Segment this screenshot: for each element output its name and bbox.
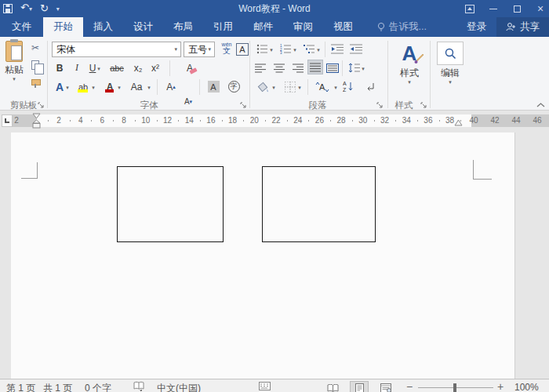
- numbering-caret-icon[interactable]: ▾: [292, 47, 298, 53]
- collapse-ribbon-button[interactable]: [536, 100, 545, 111]
- line-spacing-button[interactable]: [346, 60, 362, 75]
- tab-insert[interactable]: 插入: [83, 17, 123, 37]
- numbering-icon: 123: [280, 44, 292, 54]
- cut-button[interactable]: ✂: [28, 41, 42, 55]
- tab-file[interactable]: 文件: [0, 17, 43, 37]
- bold-button[interactable]: B: [52, 60, 67, 75]
- tab-view[interactable]: 视图: [323, 17, 363, 37]
- proofing-book-icon: [133, 381, 144, 391]
- horizontal-ruler[interactable]: 2 24681012141618202224262830323436384042…: [13, 114, 549, 127]
- numbering-button[interactable]: 123: [278, 42, 293, 56]
- line-spacing-icon: [348, 63, 360, 73]
- change-case-button[interactable]: Aa: [127, 79, 146, 94]
- tab-references[interactable]: 引用: [203, 17, 243, 37]
- align-center-button[interactable]: [271, 60, 287, 75]
- ruler-number: 32: [380, 116, 389, 125]
- strikethrough-button[interactable]: abc: [107, 60, 127, 75]
- tab-mailings[interactable]: 邮件: [243, 17, 283, 37]
- subscript-button[interactable]: x₂: [130, 60, 146, 75]
- borders-button[interactable]: [282, 79, 298, 94]
- sort-button[interactable]: AZ: [340, 79, 356, 94]
- paragraph-dialog-launcher[interactable]: [376, 100, 384, 108]
- superscript-button[interactable]: x²: [147, 60, 163, 75]
- document-page[interactable]: [11, 132, 515, 391]
- format-painter-button[interactable]: [28, 76, 42, 90]
- keyboard-status[interactable]: [259, 382, 271, 392]
- proofing-status[interactable]: [133, 381, 144, 392]
- styles-dialog-launcher[interactable]: [420, 100, 428, 108]
- tell-me-box[interactable]: 告诉我...: [377, 17, 427, 37]
- asian-layout-button[interactable]: A: [312, 79, 333, 94]
- multilevel-caret-icon[interactable]: ▾: [315, 47, 322, 53]
- rectangle-shape-1[interactable]: [117, 166, 224, 242]
- language-status[interactable]: 中文(中国): [157, 382, 201, 392]
- highlight-caret-icon[interactable]: ▾: [90, 85, 96, 91]
- character-shading-icon: A: [208, 81, 220, 93]
- distribute-button[interactable]: [325, 60, 340, 75]
- total-pages-status[interactable]: 共 1 页: [43, 382, 72, 392]
- borders-caret-icon[interactable]: ▾: [296, 85, 303, 91]
- indent-markers[interactable]: [31, 113, 42, 129]
- increase-indent-button[interactable]: [348, 42, 364, 56]
- font-dialog-launcher[interactable]: [240, 100, 248, 108]
- maximize-button[interactable]: [511, 3, 522, 14]
- right-indent-marker[interactable]: [453, 119, 464, 127]
- justify-button[interactable]: [307, 60, 323, 74]
- zoom-slider-thumb[interactable]: [453, 383, 456, 392]
- font-color-button[interactable]: A: [102, 79, 118, 94]
- tab-design[interactable]: 设计: [123, 17, 163, 37]
- bullets-button[interactable]: [254, 42, 270, 56]
- share-label: 共享: [520, 20, 540, 34]
- copy-button[interactable]: [28, 58, 42, 72]
- styles-button[interactable]: A 样式 ▾: [392, 42, 427, 85]
- font-color-caret-icon[interactable]: ▾: [116, 85, 122, 91]
- text-effects-caret-icon[interactable]: ▾: [64, 85, 71, 91]
- ruler-number: 42: [490, 116, 499, 125]
- tab-layout[interactable]: 布局: [163, 17, 203, 37]
- sign-in-button[interactable]: 登录: [456, 17, 496, 37]
- asian-layout-caret-icon[interactable]: ▾: [333, 85, 339, 91]
- minimize-button[interactable]: [488, 3, 499, 14]
- align-left-button[interactable]: [253, 60, 268, 75]
- clear-formatting-button[interactable]: A: [182, 60, 198, 75]
- ribbon-display-options-icon[interactable]: [464, 3, 475, 14]
- character-shading-button[interactable]: A: [205, 79, 221, 94]
- underline-caret-icon[interactable]: ▾: [96, 66, 102, 72]
- character-border-button[interactable]: A: [235, 42, 250, 56]
- multilevel-list-button[interactable]: [301, 42, 317, 56]
- tab-home[interactable]: 开始: [43, 17, 83, 37]
- decrease-indent-button[interactable]: [329, 42, 345, 56]
- align-right-button[interactable]: [290, 60, 306, 75]
- web-layout-view-button[interactable]: [376, 381, 395, 392]
- italic-button[interactable]: I: [69, 60, 85, 75]
- shading-button[interactable]: [256, 79, 271, 94]
- enclose-characters-button[interactable]: 字: [226, 79, 242, 94]
- clipboard-dialog-launcher[interactable]: [38, 100, 45, 108]
- close-button[interactable]: ×: [535, 3, 546, 14]
- read-mode-view-button[interactable]: [323, 381, 342, 392]
- change-case-caret-icon[interactable]: ▾: [146, 85, 152, 91]
- bullets-caret-icon[interactable]: ▾: [268, 47, 274, 53]
- rectangle-shape-2[interactable]: [262, 166, 376, 242]
- document-area[interactable]: [0, 129, 549, 379]
- line-spacing-caret-icon[interactable]: ▾: [360, 66, 366, 72]
- font-name-combo[interactable]: 宋体▾: [52, 42, 181, 57]
- share-button[interactable]: 共享: [496, 17, 549, 37]
- zoom-level[interactable]: 100%: [514, 382, 539, 392]
- paste-button[interactable]: 粘贴 ▾: [5, 41, 24, 82]
- font-size-combo[interactable]: 五号▾: [184, 42, 215, 57]
- text-highlight-button[interactable]: ab: [75, 79, 91, 94]
- show-hide-marks-button[interactable]: [362, 79, 378, 94]
- grow-font-button[interactable]: A▴: [163, 79, 179, 94]
- editing-button[interactable]: 编辑 ▾: [434, 42, 466, 85]
- svg-text:3: 3: [280, 51, 282, 54]
- shading-caret-icon[interactable]: ▾: [271, 85, 277, 91]
- print-layout-view-button[interactable]: [350, 381, 369, 392]
- page-number-status[interactable]: 第 1 页: [6, 382, 35, 392]
- zoom-in-button[interactable]: +: [497, 380, 504, 392]
- zoom-out-button[interactable]: −: [406, 380, 413, 392]
- tab-review[interactable]: 审阅: [283, 17, 323, 37]
- phonetic-guide-button[interactable]: wén 文: [219, 41, 235, 56]
- tab-selector-button[interactable]: [2, 114, 13, 127]
- word-count-status[interactable]: 0 个字: [85, 382, 111, 392]
